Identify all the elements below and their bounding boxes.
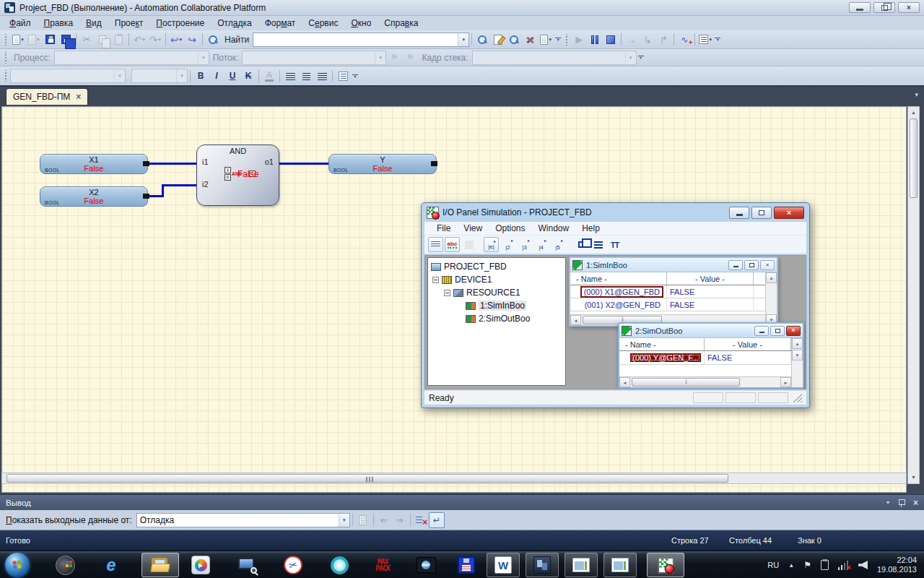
canvas-vertical-scrollbar[interactable]: ▲ ▼ (907, 106, 920, 484)
resize-grip[interactable] (793, 394, 802, 402)
fbd-block-y[interactable]: Y False BOOL (328, 154, 437, 174)
toolbar-grip[interactable] (4, 52, 7, 64)
save-button[interactable] (42, 32, 58, 48)
cell-name-selected[interactable]: (000) Y@GEN_F... (630, 353, 701, 362)
toolbar-overflow-button[interactable]: ▾ (554, 33, 562, 47)
scroll-down-button[interactable]: ▼ (909, 473, 918, 483)
wire-and-to-y[interactable] (279, 163, 328, 165)
add-item-button[interactable]: ▾ (26, 32, 42, 48)
sim-labels-button[interactable]: abc (445, 237, 460, 252)
new-item-button[interactable]: ▾ (10, 32, 26, 48)
menu-item-format[interactable]: Формат (258, 17, 302, 30)
action-center-flag-icon[interactable]: ⚑ (803, 560, 811, 570)
horizontal-scroll-thumb[interactable] (6, 474, 728, 483)
find-in-files-button[interactable] (474, 32, 490, 48)
siminboo-minimize-button[interactable] (728, 260, 743, 270)
panel-menu-chevron-icon[interactable]: ▾ (886, 499, 889, 506)
tile-vertical-button[interactable]: ΤΤ (607, 237, 622, 252)
x2-output-pin[interactable] (143, 194, 149, 199)
simoutboo-horizontal-scrollbar[interactable]: ◄ ► (619, 376, 791, 387)
redo-button[interactable]: ↷▾ (147, 32, 163, 48)
underline-button[interactable]: U (225, 68, 240, 84)
siminboo-restore-button[interactable] (744, 260, 759, 270)
tree-item-device[interactable]: DEVICE1 (428, 273, 565, 286)
taskbar-app-window-1[interactable] (565, 553, 598, 577)
vertical-scroll-thumb[interactable] (910, 118, 918, 198)
find-dropdown-arrow[interactable]: ▾ (458, 33, 468, 46)
siminboo-vertical-scrollbar[interactable]: ▲ ▼ (765, 272, 777, 325)
flag-all-frames-button[interactable]: ⚑ (402, 50, 418, 66)
wire-x2-segment-c[interactable] (162, 184, 196, 186)
siminboo-close-button[interactable]: × (760, 260, 775, 270)
table-row[interactable]: (001) X2@GEN_FBD FALSE (570, 298, 777, 311)
sim-menu-file[interactable]: File (430, 223, 457, 233)
windows-list-button[interactable]: ▾ (697, 32, 713, 48)
sim-disabled-button[interactable] (461, 237, 476, 252)
volume-icon[interactable] (858, 561, 868, 569)
simoutboo-minimize-button[interactable] (754, 326, 769, 336)
network-icon[interactable]: × (838, 561, 849, 570)
menu-item-window[interactable]: Окно (344, 17, 378, 30)
sim-menu-help[interactable]: Help (575, 223, 606, 233)
italic-button[interactable]: I (209, 68, 225, 84)
collapse-expander-icon[interactable] (444, 290, 450, 296)
column-header-name[interactable]: - Name - (619, 338, 705, 350)
taskbar-app-teal-ring[interactable] (325, 553, 354, 577)
sim-restore-button[interactable] (751, 207, 772, 219)
taskbar-app-remote-viewer[interactable] (232, 553, 261, 577)
step-over-button[interactable]: → (624, 32, 640, 48)
tab-list-chevron-icon[interactable]: ▾ (915, 91, 918, 98)
menu-item-service[interactable]: Сервис (302, 17, 344, 30)
fbd-block-x1[interactable]: X1 False BOOL (40, 154, 148, 174)
sim-menu-view[interactable]: View (457, 223, 489, 233)
taskbar-app-acp[interactable] (526, 553, 559, 577)
bold-button[interactable]: B (193, 68, 209, 84)
tree-item-resource[interactable]: RESOURCE1 (428, 286, 565, 299)
process-combobox[interactable]: ▾ (54, 51, 209, 65)
panel-close-icon[interactable]: × (913, 498, 918, 508)
sim-menu-options[interactable]: Options (489, 223, 531, 233)
scroll-right-button[interactable]: ► (780, 377, 791, 387)
step-out-button[interactable]: ↱ (655, 32, 671, 48)
sim-menu-window[interactable]: Window (532, 223, 576, 233)
bullet-list-button[interactable] (335, 68, 351, 84)
tools-button[interactable] (522, 32, 538, 48)
simoutboo-restore-button[interactable] (770, 326, 785, 336)
taskbar-app-kmplayer[interactable]: KMP (410, 553, 442, 577)
font-family-combobox[interactable]: ▾ (10, 69, 126, 83)
clear-output-button[interactable] (413, 512, 429, 528)
cut-button[interactable]: ✂ (79, 32, 95, 48)
menu-item-view[interactable]: Вид (79, 17, 108, 30)
scroll-down-button[interactable]: ▼ (792, 350, 803, 361)
tab-gen-fbd[interactable]: GEN_FBD-ПМ × (6, 88, 88, 105)
y-output-pin[interactable] (431, 161, 437, 166)
toolbar-grip[interactable] (565, 34, 568, 46)
menu-item-help[interactable]: Справка (378, 17, 424, 30)
toolbar-overflow-button[interactable]: ▾ (713, 33, 722, 47)
menu-item-debug[interactable]: Отладка (211, 17, 258, 30)
fbd-block-and[interactable]: AND i1 i2 o1 10 AND → 0 False (196, 144, 279, 206)
minimize-button[interactable] (849, 2, 871, 13)
search-settings-button[interactable] (506, 32, 522, 48)
align-center-button[interactable] (298, 68, 314, 84)
taskbar-app-explorer[interactable] (141, 553, 179, 577)
font-color-button[interactable]: A (261, 68, 277, 84)
restore-button[interactable] (873, 2, 895, 13)
and-pin-i1[interactable]: i1 (202, 158, 209, 166)
column-header-value[interactable]: - Value - (667, 272, 754, 285)
cell-name[interactable]: (000) X1@GEN_FBD (580, 286, 663, 298)
fbd-block-x2[interactable]: X2 False BOOL (40, 186, 148, 207)
tree-item-simoutboo[interactable]: 2:SimOutBoo (428, 312, 565, 325)
add-watch-button[interactable]: ∿+ (676, 32, 692, 48)
copy-button[interactable] (95, 32, 110, 48)
scroll-up-button[interactable]: ▲ (909, 108, 918, 118)
scroll-up-button[interactable]: ▲ (792, 338, 803, 349)
edit-properties-button[interactable] (490, 32, 506, 48)
menu-item-build[interactable]: Построение (149, 17, 211, 30)
taskbar-app-backup[interactable] (452, 553, 481, 577)
output-source-combobox[interactable]: Отладка ▾ (136, 513, 350, 527)
tray-expand-icon[interactable]: ▲ (788, 562, 794, 569)
flag-current-frame-button[interactable]: ⚑ (386, 50, 402, 66)
sim-format-exp-button[interactable]: ▸|e| (484, 237, 499, 252)
sim-close-button[interactable]: × (774, 207, 804, 219)
